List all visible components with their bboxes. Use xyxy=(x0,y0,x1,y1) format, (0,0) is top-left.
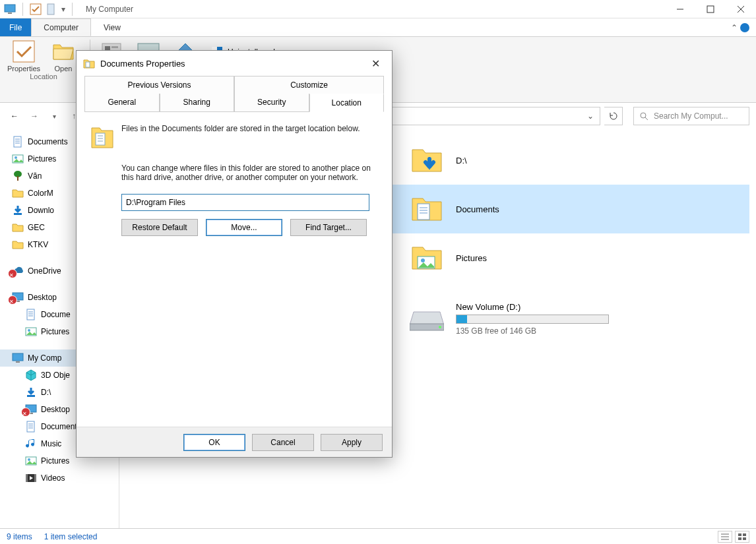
properties-button[interactable]: Properties xyxy=(4,40,44,73)
tree-item-label: KTKV xyxy=(28,240,48,249)
close-button[interactable] xyxy=(726,0,756,18)
collapse-ribbon-icon[interactable]: ⌃ xyxy=(731,23,738,32)
tree-item-label: Pictures xyxy=(41,456,69,466)
svg-rect-35 xyxy=(13,353,23,361)
tree-item-label: ColorM xyxy=(28,189,53,198)
tab-view[interactable]: View xyxy=(91,18,133,36)
back-button[interactable]: ← xyxy=(7,108,22,124)
dlarrow-icon xyxy=(12,204,24,216)
svg-point-55 xyxy=(421,258,425,262)
selection-count: 1 item selected xyxy=(44,532,98,541)
svg-rect-26 xyxy=(14,213,22,215)
tree-item-label: My Comp xyxy=(28,353,61,363)
monitor-icon xyxy=(25,404,37,415)
cancel-button[interactable]: Cancel xyxy=(252,434,314,451)
pic-icon xyxy=(25,326,37,338)
refresh-button[interactable] xyxy=(604,107,623,125)
ok-button[interactable]: OK xyxy=(183,434,245,451)
svg-rect-39 xyxy=(29,413,33,414)
svg-rect-65 xyxy=(86,62,90,67)
drive-icon xyxy=(410,305,444,333)
checkmark-icon xyxy=(12,40,36,63)
monitor-icon xyxy=(12,352,24,364)
tab-sharing[interactable]: Sharing xyxy=(160,94,235,112)
tree-item-label: OneDrive xyxy=(28,266,61,276)
dialog-close-button[interactable]: ✕ xyxy=(365,57,385,70)
dlarrow-icon xyxy=(25,386,37,398)
svg-rect-11 xyxy=(111,46,118,48)
svg-rect-1 xyxy=(8,13,12,14)
window-title: My Computer xyxy=(86,5,133,14)
svg-point-45 xyxy=(28,458,30,461)
dialog-title: Documents Properties xyxy=(100,59,185,69)
svg-rect-3 xyxy=(47,4,54,15)
cube-icon xyxy=(25,369,37,381)
page-icon[interactable] xyxy=(46,3,57,15)
apply-button[interactable]: Apply xyxy=(321,434,383,451)
quick-access-toolbar: ▾ xyxy=(0,3,79,16)
properties-dialog: Documents Properties ✕ Previous Versions… xyxy=(76,50,393,458)
move-button[interactable]: Move... xyxy=(206,219,282,236)
svg-rect-5 xyxy=(707,6,714,13)
tree-item-label: Desktop xyxy=(28,293,57,302)
location-path-input[interactable] xyxy=(121,194,369,211)
music-icon xyxy=(25,438,37,450)
svg-line-17 xyxy=(645,117,648,120)
svg-point-34 xyxy=(28,329,30,332)
address-dropdown-icon[interactable]: ⌄ xyxy=(581,111,600,121)
svg-rect-48 xyxy=(34,474,36,482)
tree-item-label: Văn xyxy=(28,171,42,181)
dialog-footer: OK Cancel Apply xyxy=(77,427,392,457)
svg-rect-62 xyxy=(743,533,746,536)
pic-icon xyxy=(25,455,37,467)
ribbon-group-location: Properties Open Location xyxy=(0,40,87,83)
tree-item-label: 3D Obje xyxy=(41,371,70,380)
drive-name: New Volume (D:) xyxy=(456,302,609,312)
documents-folder-icon xyxy=(83,57,95,69)
tree-item-label: Documents xyxy=(28,137,68,146)
tree-item-label: Videos xyxy=(41,473,65,483)
content-item-name: Documents xyxy=(456,204,499,214)
checkbox-icon[interactable] xyxy=(30,3,42,15)
tree-item[interactable]: Videos xyxy=(0,469,119,487)
recent-dropdown[interactable]: ▾ xyxy=(46,108,62,124)
help-icon[interactable] xyxy=(740,23,749,32)
ribbon-tabs: File Computer View ⌃ xyxy=(0,18,756,37)
tab-general[interactable]: General xyxy=(84,94,160,112)
dialog-titlebar[interactable]: Documents Properties ✕ xyxy=(77,51,392,76)
find-target-button[interactable]: Find Target... xyxy=(290,219,367,236)
tab-customize[interactable]: Customize xyxy=(234,76,384,94)
monitor-icon xyxy=(12,291,24,303)
tab-previous-versions[interactable]: Previous Versions xyxy=(84,76,234,94)
folder-icon xyxy=(410,241,444,275)
svg-rect-50 xyxy=(418,204,429,220)
tree-item-label: Desktop xyxy=(41,405,70,414)
svg-rect-36 xyxy=(16,361,20,363)
svg-rect-47 xyxy=(26,474,28,482)
qat-dropdown-icon[interactable]: ▾ xyxy=(61,5,65,14)
svg-rect-66 xyxy=(96,133,105,145)
search-input[interactable]: Search My Comput... xyxy=(633,107,749,125)
tab-location[interactable]: Location xyxy=(309,94,385,112)
documents-folder-icon xyxy=(91,124,113,150)
svg-point-57 xyxy=(439,326,441,328)
tab-file[interactable]: File xyxy=(0,18,31,36)
icons-view-button[interactable] xyxy=(735,531,749,543)
dialog-tabstrip: Previous Versions Customize General Shar… xyxy=(77,76,392,112)
svg-rect-64 xyxy=(743,537,746,540)
maximize-button[interactable] xyxy=(695,0,726,18)
tree-item-label: Pictures xyxy=(28,154,56,164)
svg-rect-25 xyxy=(17,176,18,181)
tab-security[interactable]: Security xyxy=(234,94,309,112)
details-view-button[interactable] xyxy=(718,531,732,543)
drive-free-text: 135 GB free of 146 GB xyxy=(456,326,609,336)
tree-icon xyxy=(12,170,24,182)
restore-default-button[interactable]: Restore Default xyxy=(121,219,198,236)
tab-computer[interactable]: Computer xyxy=(31,18,91,36)
forward-button[interactable]: → xyxy=(26,108,42,124)
minimize-button[interactable] xyxy=(665,0,695,18)
svg-rect-27 xyxy=(13,293,23,300)
monitor-icon xyxy=(4,3,16,15)
folder-open-icon xyxy=(51,40,75,63)
status-bar: 9 items 1 item selected xyxy=(0,528,756,544)
